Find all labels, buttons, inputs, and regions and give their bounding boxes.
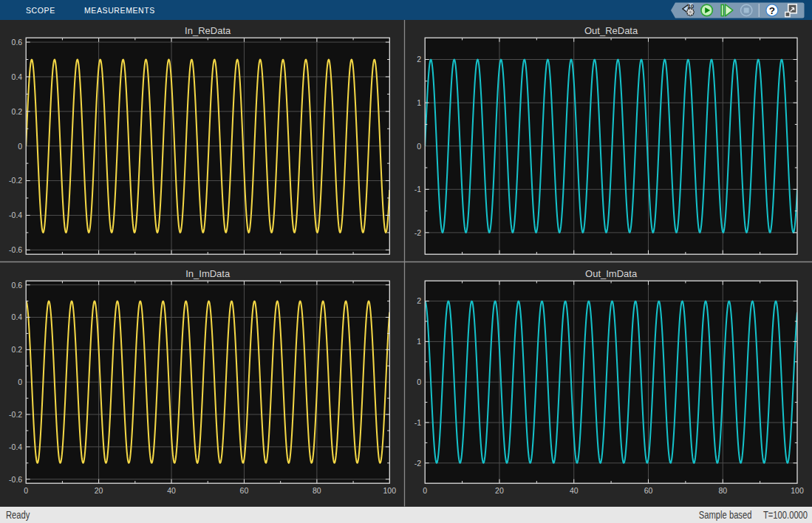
svg-text:0: 0 (423, 486, 427, 495)
svg-text:0.6: 0.6 (12, 281, 23, 290)
svg-text:-1: -1 (414, 185, 421, 194)
svg-text:Out_ReData: Out_ReData (584, 25, 638, 36)
svg-text:60: 60 (240, 486, 249, 495)
svg-text:0: 0 (417, 377, 421, 386)
svg-text:0.6: 0.6 (12, 38, 23, 47)
svg-text:-2: -2 (414, 228, 421, 237)
svg-text:-2: -2 (414, 459, 421, 468)
svg-text:-0.2: -0.2 (9, 410, 22, 419)
svg-text:0: 0 (18, 142, 22, 151)
svg-text:-0.4: -0.4 (9, 442, 22, 451)
svg-text:20: 20 (95, 486, 103, 495)
svg-text:In_ImData: In_ImData (185, 268, 231, 279)
svg-text:-0.4: -0.4 (9, 211, 22, 219)
svg-text:-1: -1 (414, 418, 421, 427)
svg-text:-0.2: -0.2 (9, 176, 22, 185)
svg-text:0.4: 0.4 (12, 312, 23, 321)
svg-text:60: 60 (644, 486, 653, 495)
svg-text:-0.6: -0.6 (9, 245, 22, 254)
svg-text:20: 20 (495, 486, 504, 495)
svg-text:?: ? (769, 5, 775, 16)
svg-text:40: 40 (167, 486, 176, 495)
svg-text:0: 0 (417, 142, 421, 151)
svg-text:Out_ImData: Out_ImData (585, 268, 638, 279)
svg-text:100: 100 (791, 486, 804, 495)
svg-text:In_ReData: In_ReData (185, 25, 231, 36)
svg-text:2: 2 (417, 296, 421, 305)
svg-text:0: 0 (24, 486, 28, 495)
svg-text:0.4: 0.4 (12, 72, 23, 81)
svg-text:40: 40 (570, 486, 579, 495)
svg-text:80: 80 (313, 486, 321, 495)
svg-text:1: 1 (417, 337, 421, 346)
svg-text:0: 0 (18, 377, 22, 386)
svg-text:-0.6: -0.6 (9, 475, 22, 484)
svg-text:2: 2 (417, 55, 421, 64)
svg-text:80: 80 (718, 486, 727, 495)
svg-text:0.2: 0.2 (12, 107, 23, 116)
svg-text:100: 100 (383, 486, 397, 495)
svg-text:0.2: 0.2 (12, 345, 23, 354)
svg-text:1: 1 (417, 98, 421, 107)
